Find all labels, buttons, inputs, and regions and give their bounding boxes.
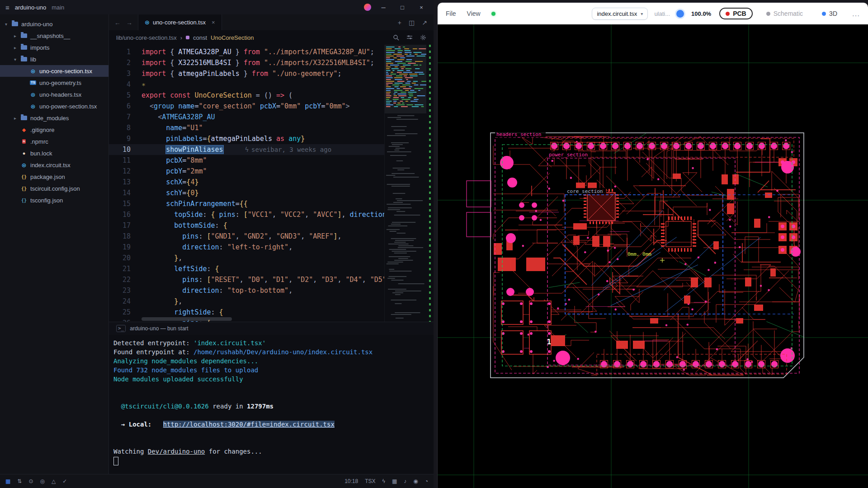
gear-icon[interactable] — [420, 34, 426, 41]
tab-actions: +◫↗ — [392, 19, 434, 26]
tree-item-arduino-uno[interactable]: ▾arduino-uno — [0, 18, 108, 30]
line-number: 3 — [109, 68, 142, 79]
tree-item-tscircuit.config.json[interactable]: {}tscircuit.config.json — [0, 183, 108, 194]
view-tab-dot — [766, 12, 770, 16]
line-number: 25 — [109, 307, 142, 318]
tree-item-package.json[interactable]: {}package.json — [0, 171, 108, 183]
view-tab-schematic[interactable]: Schematic — [761, 9, 808, 19]
folder-icon — [21, 45, 27, 50]
tree-item-label: uno-geometry.ts — [39, 80, 81, 86]
close-button[interactable]: × — [415, 4, 428, 11]
line-number: 11 — [109, 155, 142, 166]
record-icon[interactable]: ◉ — [413, 478, 418, 484]
check-icon[interactable]: ✓ — [62, 478, 67, 484]
back-button[interactable]: ← — [114, 19, 121, 26]
tree-item-label: lib — [30, 56, 36, 63]
minimize-button[interactable]: ─ — [377, 4, 390, 11]
find-icon[interactable] — [393, 34, 399, 41]
tree-item-uno-geometry.ts[interactable]: TSuno-geometry.ts — [0, 77, 108, 89]
spark-icon[interactable]: ϟ — [382, 478, 385, 484]
chevron-icon[interactable]: ▾ — [13, 57, 18, 62]
line-number: 4 — [109, 79, 142, 90]
tree-item-uno-power-section.tsx[interactable]: ⊛uno-power-section.tsx — [0, 100, 108, 112]
tab-label: uno-core-section.tsx — [153, 19, 206, 26]
terminal-output[interactable]: Detected entrypoint: 'index.circuit.tsx'… — [109, 335, 434, 474]
remote-icon[interactable]: ▦ — [5, 478, 10, 484]
view-menu[interactable]: View — [467, 10, 481, 17]
file-menu[interactable]: File — [446, 10, 456, 17]
chevron-icon[interactable]: ▸ — [13, 116, 18, 121]
tree-item-tsconfig.json[interactable]: {}tsconfig.json — [0, 194, 108, 206]
maximize-button[interactable]: □ — [396, 4, 409, 11]
terminal-tab-label[interactable]: arduino-uno — bun start — [130, 325, 188, 332]
branch-icon[interactable]: ⇅ — [17, 478, 22, 484]
breadcrumb-path[interactable]: lib/uno-core-section.tsx — [116, 34, 177, 41]
breadcrumb-symbol-kind: const — [193, 34, 207, 41]
language-mode[interactable]: TSX — [365, 478, 375, 484]
view-tab-dot — [726, 12, 730, 16]
tree-item-bun.lock[interactable]: ●bun.lock — [0, 147, 108, 159]
horizontal-scrollbar[interactable] — [142, 317, 232, 321]
line-number: 8 — [109, 122, 142, 133]
view-tab-pcb[interactable]: PCB — [719, 8, 753, 19]
view-tab-3d[interactable]: 3D — [816, 9, 843, 19]
core-section-label: core_section — [567, 188, 603, 194]
bell-icon[interactable]: ◔ — [425, 478, 428, 484]
tree-item-label: node_modules — [30, 115, 69, 122]
tree-item-imports[interactable]: ▸imports — [0, 42, 108, 53]
expand-editor-button[interactable]: ↗ — [422, 19, 427, 26]
account-avatar[interactable] — [364, 4, 371, 11]
terminal-line — [113, 438, 434, 447]
line-number: 12 — [109, 166, 142, 177]
breadcrumb-symbol-name[interactable]: UnoCoreSection — [211, 34, 254, 41]
hamburger-menu-icon[interactable]: ≡ — [5, 4, 9, 11]
status-dot — [491, 12, 495, 16]
simulation-label-truncated[interactable]: ulati... — [654, 10, 670, 17]
line-number: 13 — [109, 177, 142, 188]
line-number: 24 — [109, 296, 142, 307]
note-icon[interactable]: ♪ — [404, 478, 406, 484]
accounts-icon[interactable]: ⊙ — [28, 478, 33, 484]
silkscreen-ref-label: 1 — [547, 338, 551, 346]
tree-item-.npmrc[interactable]: n.npmrc — [0, 136, 108, 147]
tree-item-__snapshots__[interactable]: ▸__snapshots__ — [0, 30, 108, 42]
autoroute-indicator-icon[interactable] — [676, 10, 684, 18]
split-editor-button[interactable]: ◫ — [409, 19, 415, 26]
sliders-icon[interactable] — [406, 34, 413, 41]
chevron-icon[interactable]: ▸ — [13, 33, 18, 38]
file-select-dropdown[interactable]: index.circuit.tsx ▾ — [592, 8, 648, 20]
line-number: 1 — [109, 47, 142, 57]
forward-button[interactable]: → — [126, 19, 132, 26]
tree-item-lib[interactable]: ▾lib — [0, 53, 108, 65]
tree-item-index.circuit.tsx[interactable]: ⊛index.circuit.tsx — [0, 159, 108, 171]
tree-item-node_modules[interactable]: ▸node_modules — [0, 112, 108, 124]
line-number: 9 — [109, 133, 142, 144]
tree-item-label: arduino-uno — [21, 21, 52, 28]
tree-item-label: tscircuit.config.json — [30, 185, 80, 192]
npm-file-icon: n — [20, 139, 28, 144]
chevron-icon[interactable]: ▾ — [4, 22, 9, 27]
tree-item-label: uno-headers.tsx — [39, 91, 81, 98]
tab-close-icon[interactable]: × — [212, 19, 215, 26]
json-gold-file-icon: {} — [20, 174, 28, 179]
tree-item-uno-core-section.tsx[interactable]: ⊛uno-core-section.tsx — [0, 65, 108, 77]
tree-item-.gitignore[interactable]: ◆.gitignore — [0, 124, 108, 136]
overflow-menu-icon[interactable]: … — [843, 9, 860, 19]
code-editor[interactable]: 1import { ATMEGA328P_AU } from "../impor… — [109, 45, 434, 322]
minimap[interactable] — [384, 45, 426, 322]
pcb-canvas[interactable]: headers_sectionpower_sectioncore_section… — [438, 24, 868, 488]
folder-file-icon — [20, 57, 28, 61]
beaker-icon[interactable]: △ — [52, 478, 56, 484]
tree-item-uno-headers.tsx[interactable]: ⊛uno-headers.tsx — [0, 89, 108, 100]
new-editor-button[interactable]: + — [398, 19, 401, 26]
local-url-link[interactable]: http://localhost:3020/#file=index.circui… — [163, 421, 335, 428]
editor-tab-uno-core-section[interactable]: ⊛ uno-core-section.tsx × — [138, 14, 222, 30]
chevron-icon[interactable]: ▸ — [13, 45, 18, 50]
tree-item-label: bun.lock — [30, 150, 52, 157]
layout-icon[interactable]: ▦ — [392, 478, 397, 484]
workbench: ▾arduino-uno▸__snapshots__▸imports▾lib⊛u… — [0, 14, 434, 474]
pcb-board-svg[interactable]: headers_sectionpower_sectioncore_section… — [438, 24, 868, 488]
tree-item-label: uno-core-section.tsx — [39, 68, 92, 75]
search-icon[interactable]: ◎ — [40, 478, 44, 484]
titlebar: ≡ arduino-uno main ─ □ × — [0, 0, 434, 14]
